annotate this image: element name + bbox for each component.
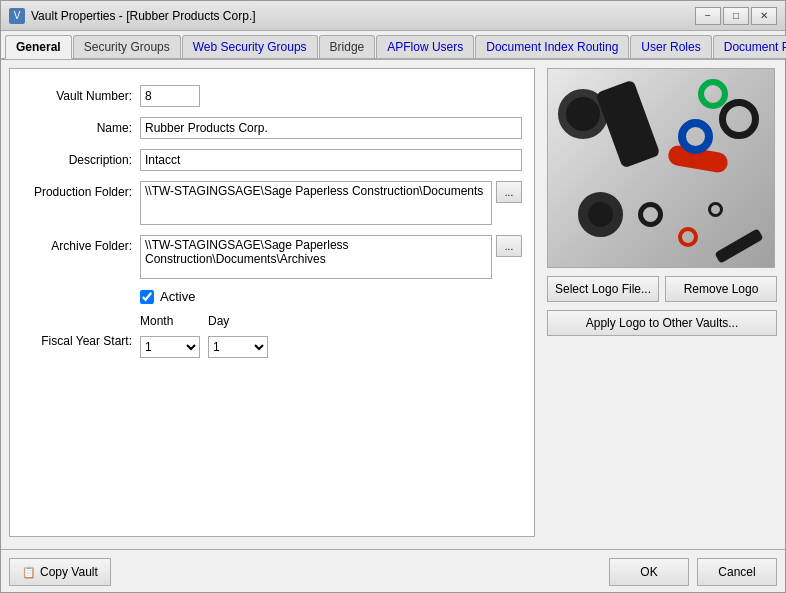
- window-title: Vault Properties - [Rubber Products Corp…: [31, 9, 695, 23]
- fiscal-fields: Month Day 1 2 3 4 5 6 7: [140, 314, 268, 358]
- production-folder-input[interactable]: \\TW-STAGINGSAGE\Sage Paperless Construc…: [140, 181, 492, 225]
- tab-apflow-users[interactable]: APFlow Users: [376, 35, 474, 58]
- month-label: Month: [140, 314, 200, 328]
- active-label[interactable]: Active: [160, 289, 195, 304]
- tab-document-index-routing[interactable]: Document Index Routing: [475, 35, 629, 58]
- logo-preview: [547, 68, 775, 268]
- tab-user-roles[interactable]: User Roles: [630, 35, 711, 58]
- production-folder-label: Production Folder:: [22, 181, 132, 199]
- rubber-part-11: [719, 99, 759, 139]
- remove-logo-button[interactable]: Remove Logo: [665, 276, 777, 302]
- rubber-part-9: [708, 202, 723, 217]
- right-panel: Select Logo File... Remove Logo Apply Lo…: [547, 68, 777, 537]
- tab-general[interactable]: General: [5, 35, 72, 59]
- rubber-part-6: [578, 192, 623, 237]
- archive-folder-wrapper: \\TW-STAGINGSAGE\Sage Paperless Construc…: [140, 235, 522, 279]
- minimize-button[interactable]: −: [695, 7, 721, 25]
- active-row: Active: [140, 289, 522, 304]
- tab-security-groups[interactable]: Security Groups: [73, 35, 181, 58]
- cancel-button[interactable]: Cancel: [697, 558, 777, 586]
- bottom-right-buttons: OK Cancel: [609, 558, 777, 586]
- tab-web-security-groups[interactable]: Web Security Groups: [182, 35, 318, 58]
- copy-vault-button[interactable]: 📋 Copy Vault: [9, 558, 111, 586]
- archive-folder-browse-button[interactable]: ...: [496, 235, 522, 257]
- bottom-bar: 📋 Copy Vault OK Cancel: [1, 549, 785, 592]
- main-window: V Vault Properties - [Rubber Products Co…: [0, 0, 786, 593]
- day-select[interactable]: 1 2 3 4 5 6 7 8 9 10 11: [208, 336, 268, 358]
- select-logo-button[interactable]: Select Logo File...: [547, 276, 659, 302]
- fiscal-year-row: Fiscal Year Start: Month Day 1 2 3 4: [22, 314, 522, 358]
- month-select[interactable]: 1 2 3 4 5 6 7 8 9 10 11: [140, 336, 200, 358]
- archive-folder-row: Archive Folder: \\TW-STAGINGSAGE\Sage Pa…: [22, 235, 522, 279]
- apply-logo-button[interactable]: Apply Logo to Other Vaults...: [547, 310, 777, 336]
- description-row: Description:: [22, 149, 522, 171]
- ok-button[interactable]: OK: [609, 558, 689, 586]
- rubber-parts-image: [548, 69, 774, 267]
- rubber-part-4: [678, 119, 713, 154]
- content-area: Vault Number: Name: Description: Product…: [9, 68, 777, 537]
- name-label: Name:: [22, 117, 132, 135]
- close-button[interactable]: ✕: [751, 7, 777, 25]
- active-checkbox[interactable]: [140, 290, 154, 304]
- name-input[interactable]: [140, 117, 522, 139]
- tab-bridge[interactable]: Bridge: [319, 35, 376, 58]
- app-icon: V: [9, 8, 25, 24]
- fiscal-year-label: Fiscal Year Start:: [22, 314, 132, 348]
- tab-document-publishing[interactable]: Document Publishing: [713, 35, 786, 58]
- fiscal-sub-labels: Month Day: [140, 314, 268, 328]
- title-bar: V Vault Properties - [Rubber Products Co…: [1, 1, 785, 31]
- restore-button[interactable]: □: [723, 7, 749, 25]
- copy-vault-icon: 📋: [22, 566, 36, 579]
- tab-bar: General Security Groups Web Security Gro…: [1, 31, 785, 60]
- vault-number-input[interactable]: [140, 85, 200, 107]
- production-folder-browse-button[interactable]: ...: [496, 181, 522, 203]
- fiscal-selects: 1 2 3 4 5 6 7 8 9 10 11: [140, 336, 268, 358]
- rubber-part-8: [678, 227, 698, 247]
- description-label: Description:: [22, 149, 132, 167]
- name-row: Name:: [22, 117, 522, 139]
- archive-folder-input[interactable]: \\TW-STAGINGSAGE\Sage Paperless Construc…: [140, 235, 492, 279]
- app-icon-letter: V: [14, 10, 21, 21]
- vault-number-row: Vault Number:: [22, 85, 522, 107]
- logo-buttons-row: Select Logo File... Remove Logo: [547, 276, 777, 302]
- vault-number-label: Vault Number:: [22, 85, 132, 103]
- rubber-part-7: [638, 202, 663, 227]
- production-folder-wrapper: \\TW-STAGINGSAGE\Sage Paperless Construc…: [140, 181, 522, 225]
- form-panel: Vault Number: Name: Description: Product…: [9, 68, 535, 537]
- description-input[interactable]: [140, 149, 522, 171]
- main-content: Vault Number: Name: Description: Product…: [1, 60, 785, 545]
- archive-folder-label: Archive Folder:: [22, 235, 132, 253]
- title-bar-buttons: − □ ✕: [695, 7, 777, 25]
- production-folder-row: Production Folder: \\TW-STAGINGSAGE\Sage…: [22, 181, 522, 225]
- copy-vault-label: Copy Vault: [40, 565, 98, 579]
- rubber-part-10: [714, 228, 763, 263]
- day-label: Day: [208, 314, 268, 328]
